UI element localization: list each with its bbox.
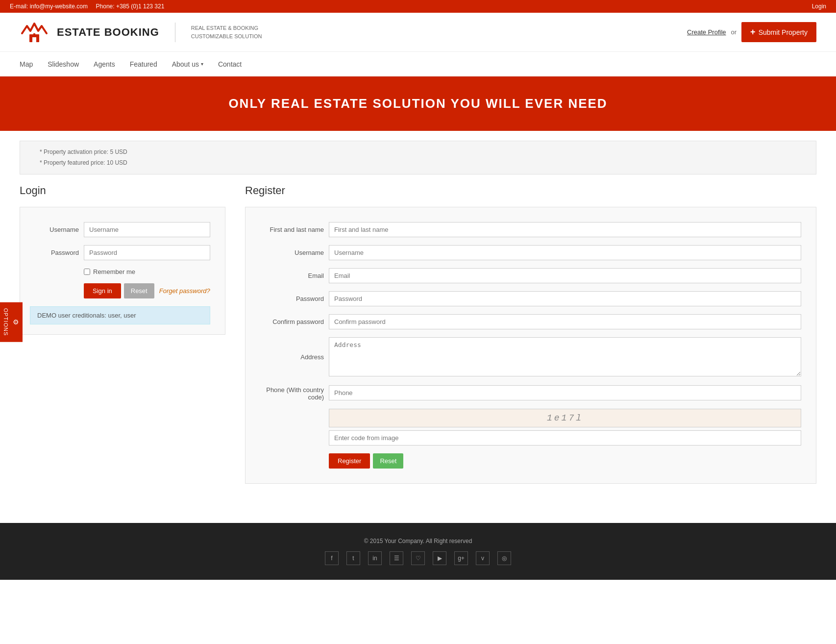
top-bar: E-mail: info@my-website.com Phone: +385 … [0,0,836,13]
social-pinterest-icon[interactable]: ♡ [411,551,425,565]
logo-tagline: REAL ESTATE & BOOKING CUSTOMIZABLE SOLUT… [191,24,262,40]
options-tab[interactable]: ⚙ OPTIONS [0,302,23,342]
email-info: E-mail: info@my-website.com [10,3,88,10]
password-row: Password [30,245,210,260]
password-input[interactable] [84,245,210,260]
reg-password-row: Password [255,291,801,306]
gear-icon: ⚙ [12,318,20,326]
social-youtube-icon[interactable]: ▶ [433,551,446,565]
fullname-label: First and last name [255,226,324,233]
login-reset-button[interactable]: Reset [124,283,154,298]
address-input[interactable] [329,337,801,376]
main-content: Login Username Password Remember me Sign… [0,184,836,503]
logo-divider [175,23,175,42]
phone-input[interactable] [329,385,801,400]
register-section: Register First and last name Username Em… [245,184,816,484]
login-title: Login [20,184,225,197]
tagline-line1: REAL ESTATE & BOOKING [191,24,262,32]
captcha-group: 1e17l [329,409,801,446]
phone-row: Phone (With country code) [255,384,801,401]
chevron-down-icon: ▾ [201,61,203,67]
reg-username-input[interactable] [329,245,801,260]
hero-text: ONLY REAL ESTATE SOLUTION YOU WILL EVER … [228,96,607,111]
forgot-password-link[interactable]: Forget password? [159,287,210,295]
header-actions: Create Profile or + Submit Property [687,22,816,42]
hero-banner: ONLY REAL ESTATE SOLUTION YOU WILL EVER … [0,76,836,131]
social-vimeo-icon[interactable]: v [476,551,490,565]
nav-contact[interactable]: Contact [218,52,242,76]
captcha-row: 1e17l [255,409,801,446]
nav-agents[interactable]: Agents [94,52,115,76]
address-label: Address [255,353,324,361]
reg-password-input[interactable] [329,291,801,306]
username-input[interactable] [84,222,210,237]
options-label: OPTIONS [3,308,9,336]
info-bar: * Property activation price: 5 USD * Pro… [20,141,816,174]
submit-property-label: Submit Property [759,28,808,36]
phone-info: Phone: +385 (0)1 123 321 [96,3,165,10]
reg-password-label: Password [255,295,324,302]
footer-copyright: © 2015 Your Company. All Right reserved [10,538,826,545]
username-label: Username [30,226,79,233]
submit-property-button[interactable]: + Submit Property [741,22,816,42]
svg-rect-1 [32,37,36,42]
password-label: Password [30,249,79,256]
remember-row: Remember me [84,268,210,275]
social-twitter-icon[interactable]: t [346,551,360,565]
footer-social-icons: f t in ☰ ♡ ▶ g+ v ◎ [10,551,826,565]
remember-checkbox[interactable] [84,269,90,275]
register-title: Register [245,184,816,197]
phone-label: Phone (With country code) [255,384,324,401]
nav-about-label: About us [172,60,199,68]
logo-area: ESTATE BOOKING REAL ESTATE & BOOKING CUS… [20,19,262,46]
captcha-image: 1e17l [329,409,801,427]
main-nav: Map Slideshow Agents Featured About us ▾… [0,52,836,76]
demo-info: DEMO user creditionals: user, user [30,306,210,324]
reg-username-label: Username [255,249,324,256]
nav-map[interactable]: Map [20,52,33,76]
svg-rect-2 [33,33,35,35]
plus-icon: + [750,27,756,37]
nav-featured[interactable]: Featured [130,52,157,76]
info-line2: * Property featured price: 10 USD [40,158,796,169]
username-row: Username [30,222,210,237]
logo-icon [20,19,49,46]
email-row: Email [255,268,801,283]
confirm-password-label: Confirm password [255,318,324,325]
address-row: Address [255,337,801,376]
create-profile-link[interactable]: Create Profile [687,28,726,36]
login-form: Username Password Remember me Sign in Re… [20,207,225,335]
header: ESTATE BOOKING REAL ESTATE & BOOKING CUS… [0,13,836,52]
email-label: Email [255,272,324,279]
email-input[interactable] [329,268,801,283]
register-reset-button[interactable]: Reset [373,453,403,469]
social-facebook-icon[interactable]: f [325,551,339,565]
demo-text: DEMO user creditionals: user, user [37,312,136,319]
logo-text: ESTATE BOOKING [57,26,159,39]
social-linkedin-icon[interactable]: in [368,551,382,565]
captcha-input[interactable] [329,430,801,446]
social-googleplus-icon[interactable]: g+ [454,551,468,565]
fullname-row: First and last name [255,222,801,237]
social-flickr-icon[interactable]: ☰ [390,551,403,565]
signin-button[interactable]: Sign in [84,283,121,298]
info-line1: * Property activation price: 5 USD [40,147,796,158]
or-text: or [731,28,737,36]
remember-label: Remember me [93,268,135,275]
tagline-line2: CUSTOMIZABLE SOLUTION [191,32,262,41]
register-form: First and last name Username Email Passw… [245,207,816,484]
login-actions: Sign in Reset Forget password? [84,283,210,298]
social-other-icon[interactable]: ◎ [497,551,511,565]
register-button[interactable]: Register [329,453,370,469]
nav-about-dropdown[interactable]: About us ▾ [172,60,203,68]
fullname-input[interactable] [329,222,801,237]
confirm-password-row: Confirm password [255,314,801,329]
register-actions: Register Reset [329,453,801,469]
topbar-login-link[interactable]: Login [812,3,826,10]
footer: © 2015 Your Company. All Right reserved … [0,523,836,580]
login-section: Login Username Password Remember me Sign… [20,184,225,484]
confirm-password-input[interactable] [329,314,801,329]
nav-slideshow[interactable]: Slideshow [48,52,79,76]
reg-username-row: Username [255,245,801,260]
